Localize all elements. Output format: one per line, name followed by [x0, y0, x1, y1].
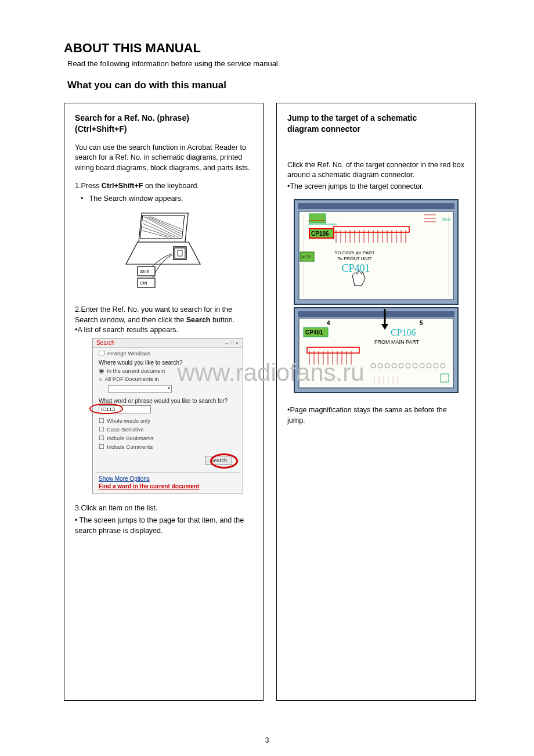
step2-b: Search [186, 316, 211, 324]
cb3-label: Include Bookmarks [107, 435, 154, 441]
show-more-options-link[interactable]: Show More Options [93, 475, 243, 483]
right-bullet2: •Page magnification stays the same as be… [287, 405, 465, 426]
laptop-key-shift: Shift [140, 269, 150, 274]
checkbox-icon: ☐ [99, 443, 104, 451]
radio-all-label: All PDF Documents in [105, 376, 159, 382]
svg-rect-11 [178, 250, 182, 256]
laptop-svg: Shift Ctrl [114, 208, 213, 296]
axis-4: 4 [327, 320, 330, 326]
divider [95, 472, 240, 473]
search-dialog-title: Search [96, 340, 115, 346]
cb2-label: Case-Sensitive [107, 426, 144, 433]
bullet-icon: • [81, 195, 89, 203]
left-heading-line1: Search for a Ref. No. (phrase) [75, 113, 189, 123]
step1-bullet: • The Search window appears. [81, 194, 252, 204]
dropdown-row: ▾ [93, 383, 243, 393]
cb-comments: ☐Include Comments [93, 442, 243, 451]
radio-current-row: ◉ In the current document [93, 366, 243, 375]
laptop-key-ctrl: Ctrl [140, 280, 147, 286]
search-button-row: Search [93, 451, 243, 469]
right-panel: Jump to the target of a schematic diagra… [276, 103, 476, 701]
step1: 1.Press Ctrl+Shift+F on the keyboard. [75, 181, 252, 192]
right-bullet1: •The screen jumps to the target connecto… [287, 182, 465, 192]
radio-all-row: ○ All PDF Documents in [93, 375, 243, 383]
folder-dropdown: ▾ [108, 385, 172, 393]
search-phrase-input[interactable] [99, 405, 151, 413]
search-dialog: Search – □ × Arrange Windows Where would… [92, 338, 243, 494]
step1-suffix: on the keyboard. [143, 182, 199, 190]
laptop-illustration: Shift Ctrl [75, 208, 252, 296]
cb4-label: Include Comments [107, 444, 153, 450]
page-number: 3 [265, 736, 269, 744]
step1-bullet-text: The Search window appears. [89, 195, 183, 203]
cp106-label: CP106 [311, 231, 329, 237]
search-button[interactable]: Search [205, 456, 232, 465]
cb-case: ☐Case-Sensitive [93, 425, 243, 434]
cp106-cyan-label: CP106 [391, 327, 416, 337]
find-word-link[interactable]: Find a word in the current document [93, 483, 243, 490]
left-panel: Search for a Ref. No. (phrase) (Ctrl+Shi… [64, 103, 264, 701]
svg-rect-15 [298, 203, 454, 209]
step2-c: button. [210, 316, 234, 324]
left-heading-line2: (Ctrl+Shift+F) [75, 124, 127, 134]
cb-bookmarks: ☐Include Bookmarks [93, 434, 243, 442]
intro-text: Read the following information before us… [67, 59, 476, 68]
schematic-svg: CP106 dB/S [292, 197, 460, 395]
cb1-label: Whole words only [107, 417, 150, 424]
what-label: What word or phrase would you like to se… [93, 393, 243, 405]
step3: 3.Click an item on the list. [75, 503, 252, 514]
window-icon [99, 351, 104, 355]
svg-rect-0 [140, 215, 185, 239]
svg-text:dB/S: dB/S [442, 217, 451, 221]
radio-current-label: In the current document [107, 368, 165, 374]
cp401-green-label: CP401 [305, 329, 323, 336]
section-heading: What you can do with this manual [67, 80, 476, 91]
right-heading-line2: diagram connector [287, 124, 360, 134]
radio-selected-icon: ◉ [99, 367, 104, 375]
window-controls-icon: – □ × [226, 340, 239, 345]
checkbox-icon: ☐ [99, 417, 104, 424]
page-title: ABOUT THIS MANUAL [64, 41, 476, 56]
cb-whole-words: ☐Whole words only [93, 416, 243, 425]
schematic-illustration: CP106 dB/S [287, 197, 465, 395]
left-para1: You can use the search function in Acrob… [75, 143, 252, 174]
svg-rect-19 [309, 214, 326, 223]
where-label: Where would you like to search? [93, 357, 243, 366]
radio-unselected-icon: ○ [99, 376, 103, 383]
search-dialog-titlebar: Search – □ × [93, 339, 243, 348]
axis-5: 5 [420, 320, 423, 326]
two-column-layout: Search for a Ref. No. (phrase) (Ctrl+Shi… [64, 103, 476, 701]
svg-rect-16 [299, 211, 453, 300]
search-window-illustration: Search – □ × Arrange Windows Where would… [92, 338, 252, 494]
step2-bullet: •A list of search results appears. [75, 325, 252, 336]
right-panel-heading: Jump to the target of a schematic diagra… [287, 113, 465, 135]
left-panel-heading: Search for a Ref. No. (phrase) (Ctrl+Shi… [75, 113, 252, 135]
from-main-label: FROM MAIN PART [374, 339, 420, 345]
to-front-label: To FRONT UNIT [338, 256, 372, 261]
step1-prefix: 1.Press [75, 182, 102, 190]
arrange-windows-label: Arrange Windows [107, 350, 150, 357]
right-para1: Click the Ref. No. of the target connect… [287, 160, 465, 181]
checkbox-icon: ☐ [99, 434, 104, 442]
right-heading-line1: Jump to the target of a schematic [287, 113, 417, 123]
ver-label: VER [301, 254, 311, 260]
to-display-label: TO DISPLAY PART [334, 250, 374, 255]
arrange-windows-row: Arrange Windows [93, 348, 243, 357]
step1-shortcut: Ctrl+Shift+F [102, 182, 143, 190]
svg-rect-46 [298, 311, 454, 317]
step2: 2.Enter the Ref. No. you want to search … [75, 305, 252, 325]
checkbox-icon: ☐ [99, 426, 104, 433]
step3-bullet: • The screen jumps to the page for that … [75, 516, 252, 536]
search-input-row [93, 405, 243, 414]
